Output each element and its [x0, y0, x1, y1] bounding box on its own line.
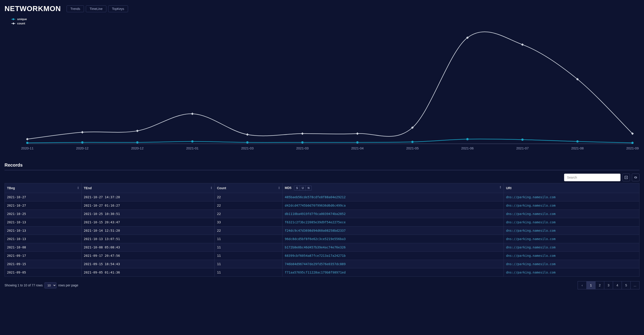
table-row[interactable]: 2021-09-152021-09-15 18:54:4311746b84d96…: [5, 260, 640, 268]
cell-tbeg: 2021-10-13: [5, 226, 82, 235]
svg-point-16: [191, 140, 194, 143]
cell-uri[interactable]: dns://parking.namesilo.com: [504, 210, 640, 218]
page-5-button[interactable]: 5: [622, 281, 631, 289]
page-size-select[interactable]: 10: [44, 282, 56, 288]
cell-uri[interactable]: dns://parking.namesilo.com: [504, 260, 640, 268]
svg-rect-31: [356, 132, 358, 135]
legend-item-unique[interactable]: unique: [11, 18, 640, 21]
tab-timeline[interactable]: TimeLine: [86, 6, 106, 12]
svg-text:2021-09: 2021-09: [626, 146, 638, 150]
cell-uri[interactable]: dns://parking.namesilo.com: [504, 218, 640, 226]
page-1-button[interactable]: 1: [586, 281, 596, 289]
svg-text:2021-03: 2021-03: [241, 146, 254, 150]
cell-md5[interactable]: 746b84d967447de29fd576e0357dc889: [282, 260, 504, 268]
svg-point-13: [26, 142, 28, 144]
cell-count: 22: [215, 193, 282, 201]
cell-tend: 2021-10-08 05:08:43: [82, 243, 215, 252]
cell-md5[interactable]: 96dc8dcd5bf8f6e62c3ce5219e556ba3: [282, 235, 504, 243]
page-2-button[interactable]: 2: [595, 281, 604, 289]
records-table: TBeg ▲▼ TEnd ▲▼ Count ▲▼ MD5 S U N ▲▼: [4, 183, 640, 277]
md5-btn-u[interactable]: U: [300, 186, 306, 190]
md5-btn-s[interactable]: S: [294, 186, 300, 190]
table-row[interactable]: 2021-10-132021-10-14 12:51:2022f24dc9c47…: [5, 226, 640, 235]
cell-count: 22: [215, 201, 282, 210]
col-header-count[interactable]: Count ▲▼: [215, 183, 282, 193]
cell-md5[interactable]: f6321c2f3bc22085e39d9f54e2275ece: [282, 218, 504, 226]
toggle-columns-button[interactable]: [622, 174, 630, 181]
cell-tend: 2021-10-14 12:51:20: [82, 226, 215, 235]
cell-uri[interactable]: dns://parking.namesilo.com: [504, 252, 640, 260]
cell-uri[interactable]: dns://parking.namesilo.com: [504, 235, 640, 243]
cell-tbeg: 2021-10-13: [5, 235, 82, 243]
table-row[interactable]: 2021-10-272021-10-27 01:16:2722d42dcd477…: [5, 201, 640, 210]
svg-text:2021-03: 2021-03: [296, 146, 309, 150]
cell-count: 33: [215, 218, 282, 226]
cell-md5[interactable]: f71aa57695cf11228ac179b8f98971ed: [282, 268, 504, 277]
sort-icon: ▲▼: [210, 186, 212, 189]
cell-md5[interactable]: b172b8e0bc46d457b39e4ac74e76e326: [282, 243, 504, 252]
sort-icon: ▲▼: [500, 186, 501, 189]
cell-tend: 2021-10-27 14:37:20: [82, 193, 215, 201]
table-row[interactable]: 2021-10-132021-10-15 20:43:4733f6321c2f3…: [5, 218, 640, 226]
col-header-tend[interactable]: TEnd ▲▼: [82, 183, 215, 193]
table-row[interactable]: 2021-10-132021-10-13 13:07:511196dc8dcd5…: [5, 235, 640, 243]
cell-tbeg: 2021-10-08: [5, 243, 82, 252]
page-more-button[interactable]: ...: [630, 281, 640, 289]
svg-rect-25: [26, 138, 28, 140]
cell-uri[interactable]: dns://parking.namesilo.com: [504, 268, 640, 277]
md5-btn-n[interactable]: N: [306, 186, 312, 190]
col-header-md5[interactable]: MD5 S U N ▲▼: [282, 183, 504, 193]
cell-tbeg: 2021-09-05: [5, 268, 82, 277]
col-label: URI: [506, 186, 512, 190]
cell-md5[interactable]: db1110ba4919fd7f6ca0039474ba2852: [282, 210, 504, 218]
legend-item-count[interactable]: count: [11, 22, 640, 25]
cell-uri[interactable]: dns://parking.namesilo.com: [504, 193, 640, 201]
col-header-tbeg[interactable]: TBeg ▲▼: [5, 183, 82, 193]
table-footer: Showing 1 to 10 of 77 rows 10 rows per p…: [4, 281, 640, 289]
svg-rect-29: [246, 133, 248, 136]
tab-trends[interactable]: Trends: [66, 6, 84, 12]
svg-text:2020-12: 2020-12: [76, 146, 88, 150]
cell-tend: 2021-10-13 13:07:51: [82, 235, 215, 243]
table-row[interactable]: 2021-09-172021-09-17 20:47:561168399cbf6…: [5, 252, 640, 260]
col-label: Count: [217, 186, 226, 190]
cell-md5[interactable]: 68399cbf6054a87fce7213a17a24271b: [282, 252, 504, 260]
cell-md5[interactable]: f24dc9c47d3698d94d60a08258bd2337: [282, 226, 504, 235]
cell-uri[interactable]: dns://parking.namesilo.com: [504, 201, 640, 210]
svg-text:2021-01: 2021-01: [186, 146, 198, 150]
fullscreen-button[interactable]: [632, 174, 640, 181]
search-input[interactable]: [564, 174, 620, 181]
tab-topkeys[interactable]: TopKeys: [108, 6, 128, 12]
cell-uri[interactable]: dns://parking.namesilo.com: [504, 226, 640, 235]
table-row[interactable]: 2021-10-272021-10-27 14:37:2022485baeb56…: [5, 193, 640, 201]
cell-tend: 2021-10-15 20:43:47: [82, 218, 215, 226]
svg-rect-34: [521, 43, 524, 46]
svg-rect-27: [136, 130, 139, 132]
svg-rect-28: [191, 113, 194, 115]
chart-legend: unique count: [11, 18, 640, 25]
cell-tbeg: 2021-09-15: [5, 260, 82, 268]
cell-count: 11: [215, 243, 282, 252]
table-row[interactable]: 2021-10-252021-10-25 10:30:5122db1110ba4…: [5, 210, 640, 218]
svg-point-21: [466, 138, 468, 140]
table-row[interactable]: 2021-10-082021-10-08 05:08:4311b172b8e0b…: [5, 243, 640, 252]
cell-md5[interactable]: d42dcd47745b0d76f99636d6d6c499ca: [282, 201, 504, 210]
page-prev-button[interactable]: ‹: [578, 281, 587, 289]
page-4-button[interactable]: 4: [613, 281, 622, 289]
cell-uri[interactable]: dns://parking.namesilo.com: [504, 243, 640, 252]
svg-rect-26: [81, 131, 84, 133]
page-info: Showing 1 to 10 of 77 rows 10 rows per p…: [4, 282, 78, 288]
link-icon: [634, 176, 638, 179]
svg-text:2021-04: 2021-04: [351, 146, 364, 150]
app-logo[interactable]: NETWORKMON: [4, 5, 61, 13]
svg-point-19: [356, 141, 358, 144]
svg-text:2020-11: 2020-11: [21, 146, 34, 150]
page-3-button[interactable]: 3: [604, 281, 613, 289]
cell-md5[interactable]: 485baeb56cde578cdfe8f88a04e29212: [282, 193, 504, 201]
svg-rect-30: [301, 132, 304, 135]
cell-tend: 2021-10-27 01:16:27: [82, 201, 215, 210]
col-header-uri[interactable]: URI: [504, 183, 640, 193]
chart-svg: 2020-112020-122020-122021-012021-032021-…: [4, 26, 640, 153]
table-row[interactable]: 2021-09-052021-09-05 01:41:3611f71aa5769…: [5, 268, 640, 277]
legend-label-unique: unique: [17, 18, 27, 21]
